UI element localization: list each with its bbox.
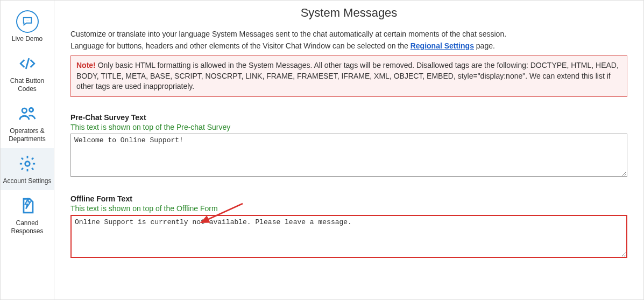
prechat-textarea[interactable] (70, 134, 627, 177)
code-icon (16, 52, 39, 75)
chat-bubble-icon (16, 10, 39, 33)
note-text: Only basic HTML formatting is allowed in… (76, 61, 619, 90)
svg-point-4 (29, 108, 33, 112)
sidebar: Live Demo Chat Button Codes (1, 1, 54, 299)
users-icon (16, 102, 39, 125)
page-title: System Messages (70, 6, 627, 20)
sidebar-item-label: Operators & Departments (3, 127, 52, 143)
prechat-header: Pre-Chat Survey Text (70, 113, 627, 122)
svg-point-3 (22, 108, 27, 113)
intro-line-1: Customize or translate into your languag… (70, 30, 627, 38)
offline-textarea[interactable] (70, 215, 627, 258)
sidebar-item-operators-departments[interactable]: Operators & Departments (1, 98, 54, 148)
intro-2-prefix: Language for buttons, headers and other … (70, 41, 411, 50)
intro-2-suffix: page. (474, 41, 495, 50)
sidebar-item-label: Canned Responses (3, 219, 52, 235)
regional-settings-link[interactable]: Regional Settings (411, 41, 474, 50)
svg-point-2 (29, 20, 29, 20)
note-label: Note! (76, 61, 96, 69)
svg-point-5 (25, 162, 30, 166)
sidebar-item-label: Chat Button Codes (3, 77, 52, 93)
note-box: Note! Only basic HTML formatting is allo… (70, 55, 627, 97)
sidebar-item-label: Live Demo (12, 35, 43, 43)
sidebar-item-canned-responses[interactable]: Canned Responses (1, 190, 54, 240)
main-content: System Messages Customize or translate i… (54, 1, 643, 299)
gear-icon (16, 152, 39, 175)
sidebar-item-live-demo[interactable]: Live Demo (1, 6, 54, 48)
intro-line-2: Language for buttons, headers and other … (70, 41, 627, 50)
sidebar-item-account-settings[interactable]: Account Settings (1, 148, 54, 190)
offline-header: Offline Form Text (70, 194, 627, 203)
svg-point-0 (25, 20, 26, 20)
lightning-document-icon (16, 194, 39, 217)
sidebar-item-chat-button-codes[interactable]: Chat Button Codes (1, 48, 54, 98)
svg-point-1 (27, 20, 27, 20)
sidebar-item-label: Account Settings (3, 177, 51, 185)
prechat-hint: This text is shown on top of the Pre-cha… (70, 123, 627, 131)
offline-hint: This text is shown on top of the Offline… (70, 204, 627, 213)
